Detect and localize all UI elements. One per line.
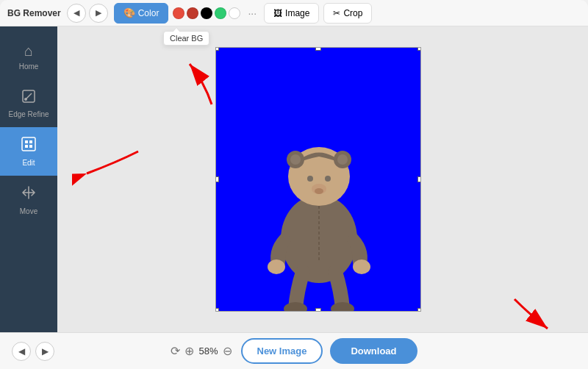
more-colors-btn[interactable]: ··· xyxy=(245,7,259,19)
svg-rect-5 xyxy=(25,145,28,148)
zoom-controls: ⟳ ⊕ 58% ⊖ xyxy=(171,344,232,358)
title-nav: ◀ ▶ xyxy=(67,4,108,23)
svg-rect-6 xyxy=(29,145,32,148)
resize-handle-bl[interactable] xyxy=(215,308,219,312)
color-green[interactable] xyxy=(215,7,226,19)
action-buttons: New Image Download xyxy=(241,338,417,364)
sidebar-item-home[interactable]: ⌂ Home xyxy=(0,34,57,79)
resize-handle-ml[interactable] xyxy=(215,176,219,182)
svg-point-18 xyxy=(353,259,370,274)
color-palette-icon: 🎨 xyxy=(123,7,135,18)
image-btn[interactable]: 🖼 Image xyxy=(264,3,319,24)
zoom-in-icon[interactable]: ⊕ xyxy=(184,344,194,358)
color-btn-label: Color xyxy=(138,8,159,18)
image-btn-label: Image xyxy=(285,8,309,18)
right-panel xyxy=(579,26,588,332)
resize-handle-tr[interactable] xyxy=(417,47,421,51)
app-title: BG Remover xyxy=(7,8,61,18)
svg-point-12 xyxy=(337,154,348,165)
bottom-bar: ◀ ▶ ⟳ ⊕ 58% ⊖ New Image Download xyxy=(0,332,588,369)
svg-rect-3 xyxy=(25,140,28,143)
bottom-next-btn[interactable]: ▶ xyxy=(35,342,54,361)
download-btn[interactable]: Download xyxy=(330,338,417,364)
resize-handle-mr[interactable] xyxy=(417,176,421,182)
svg-point-16 xyxy=(315,188,323,194)
svg-point-14 xyxy=(325,176,331,182)
sidebar-edge-refine-label: Edge Refine xyxy=(8,110,49,118)
bottom-prev-btn[interactable]: ◀ xyxy=(12,342,31,361)
resize-handle-tm[interactable] xyxy=(315,47,321,51)
canvas-area xyxy=(57,26,579,332)
crop-icon: ✂ xyxy=(333,8,340,18)
zoom-out-icon[interactable]: ⊖ xyxy=(223,344,232,358)
nav-back-btn[interactable]: ◀ xyxy=(67,4,86,23)
clear-bg-tooltip: Clear BG xyxy=(163,31,209,46)
crop-btn[interactable]: ✂ Crop xyxy=(323,3,372,24)
color-red2[interactable] xyxy=(187,7,198,19)
edge-refine-icon xyxy=(21,88,37,107)
color-black[interactable] xyxy=(201,7,212,19)
color-btn[interactable]: 🎨 Color xyxy=(114,3,169,24)
resize-handle-bm[interactable] xyxy=(315,308,321,312)
move-icon xyxy=(21,184,37,204)
bottom-nav-arrows: ◀ ▶ xyxy=(12,342,54,361)
sidebar-edit-label: Edit xyxy=(22,159,35,167)
main-content: ⌂ Home Edge Refine xyxy=(0,26,588,332)
image-icon: 🖼 xyxy=(273,8,282,18)
sidebar-item-move[interactable]: Move xyxy=(0,176,57,224)
arrow-to-edit xyxy=(72,144,146,196)
sidebar-item-edge-refine[interactable]: Edge Refine xyxy=(0,79,57,127)
sidebar-home-label: Home xyxy=(19,62,39,71)
color-red1[interactable] xyxy=(173,7,184,19)
crop-btn-label: Crop xyxy=(343,8,362,18)
sidebar: ⌂ Home Edge Refine xyxy=(0,26,57,332)
edit-icon xyxy=(21,136,37,156)
zoom-level: 58% xyxy=(198,345,218,357)
svg-point-1 xyxy=(24,98,27,101)
sidebar-item-edit[interactable]: Edit xyxy=(0,127,57,176)
toolbar: 🎨 Color ··· 🖼 Image ✂ Crop xyxy=(114,3,581,24)
resize-handle-tl[interactable] xyxy=(215,47,219,51)
title-bar: BG Remover ◀ ▶ 🎨 Color ··· 🖼 Image ✂ Cro… xyxy=(0,0,588,26)
resize-handle-br[interactable] xyxy=(417,308,421,312)
color-palette xyxy=(173,7,240,19)
nav-forward-btn[interactable]: ▶ xyxy=(89,4,108,23)
image-canvas[interactable] xyxy=(215,47,421,312)
color-white[interactable] xyxy=(229,7,240,19)
svg-point-19 xyxy=(284,302,307,312)
home-icon: ⌂ xyxy=(24,43,33,60)
baby-svg xyxy=(216,48,421,312)
image-wrapper xyxy=(215,47,421,312)
svg-rect-4 xyxy=(29,140,32,143)
new-image-btn[interactable]: New Image xyxy=(241,338,323,364)
svg-point-20 xyxy=(331,302,354,312)
zoom-reset-icon[interactable]: ⟳ xyxy=(171,344,180,358)
svg-rect-2 xyxy=(22,137,35,151)
svg-point-13 xyxy=(307,176,313,182)
svg-point-11 xyxy=(290,154,301,165)
sidebar-move-label: Move xyxy=(20,207,37,215)
svg-point-17 xyxy=(268,259,285,274)
